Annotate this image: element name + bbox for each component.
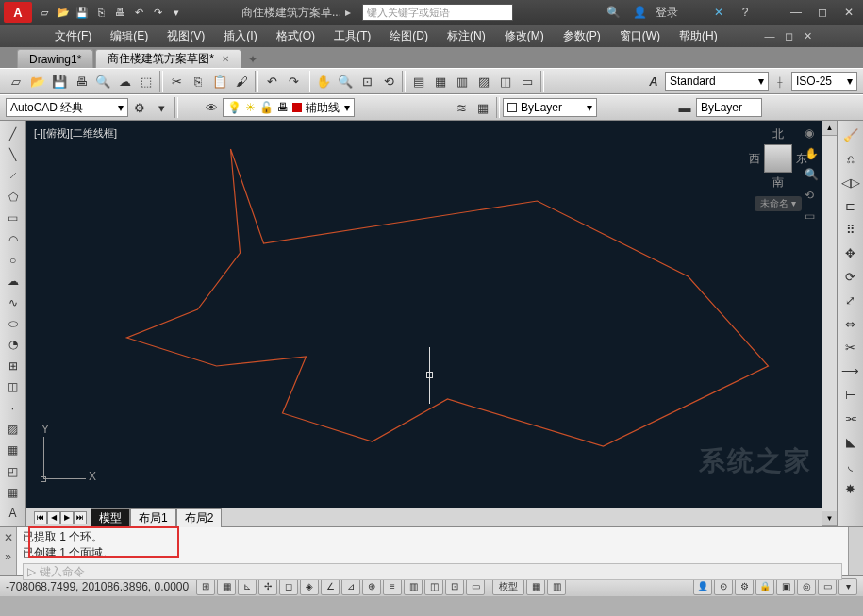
cmd-scrollbar[interactable] — [848, 527, 863, 575]
coordinates[interactable]: -708068.7499, 201086.3896, 0.0000 — [6, 580, 194, 593]
array-icon[interactable]: ⠿ — [840, 219, 861, 240]
undo-icon[interactable]: ↶ — [261, 71, 282, 92]
menu-param[interactable]: 参数(P) — [556, 26, 608, 46]
menu-help[interactable]: 帮助(H) — [672, 26, 725, 46]
zoom-win-icon[interactable]: ⊡ — [357, 71, 377, 92]
layers-icon[interactable]: ≋ — [451, 97, 472, 118]
lw-display-icon[interactable]: ▬ — [674, 97, 695, 118]
workspace-combo[interactable]: AutoCAD 经典▾ — [6, 98, 128, 117]
tab-prev-icon[interactable]: ◀ — [47, 511, 60, 524]
open-icon[interactable]: 📂 — [27, 71, 48, 92]
navbar-pan-icon[interactable]: ✋ — [805, 147, 818, 160]
tray-icon[interactable]: ▾ — [838, 578, 857, 595]
close-button[interactable]: ✕ — [838, 4, 859, 21]
qp-icon[interactable]: ◫ — [424, 578, 443, 595]
move-icon[interactable]: ✥ — [840, 242, 861, 263]
scale-icon[interactable]: ⤢ — [840, 290, 861, 310]
new-tab-button[interactable]: ✦ — [243, 51, 262, 68]
maximize-button[interactable]: ◻ — [812, 4, 833, 21]
tab-next-icon[interactable]: ▶ — [60, 511, 74, 524]
qat-more-icon[interactable]: ▾ — [168, 4, 185, 21]
extend-icon[interactable]: ⟶ — [840, 360, 861, 381]
menu-dim[interactable]: 标注(N) — [440, 26, 493, 46]
user-icon[interactable]: 👤 — [629, 4, 650, 21]
search-icon[interactable]: 🔍 — [603, 4, 623, 21]
new-icon[interactable]: ▱ — [36, 4, 53, 21]
text-style-combo[interactable]: Standard▾ — [665, 72, 769, 91]
menu-file[interactable]: 文件(F) — [47, 26, 99, 46]
save-icon[interactable]: 💾 — [49, 71, 70, 92]
color-combo[interactable]: ByLayer▾ — [503, 98, 597, 117]
cube-face[interactable] — [764, 144, 792, 173]
menu-view[interactable]: 视图(V) — [159, 26, 212, 46]
trim-icon[interactable]: ✂ — [840, 337, 861, 358]
print-icon[interactable]: 🖶 — [71, 71, 91, 92]
fillet-icon[interactable]: ◟ — [840, 455, 861, 475]
menu-format[interactable]: 格式(O) — [269, 26, 323, 46]
scroll-up-icon[interactable]: ▲ — [822, 121, 837, 136]
tab-first-icon[interactable]: ⏮ — [34, 511, 47, 524]
close-icon[interactable]: ✕ — [222, 54, 229, 64]
rotate-icon[interactable]: ⟳ — [840, 266, 861, 287]
cmd-grip-icon[interactable]: » — [5, 550, 11, 563]
dc-icon[interactable]: ▦ — [430, 71, 451, 92]
xline-icon[interactable]: ╲ — [3, 145, 24, 163]
copy-icon[interactable]: ⎘ — [188, 71, 208, 92]
cmd-close-icon[interactable]: ✕ — [4, 531, 13, 544]
layout1-tab[interactable]: 布局1 — [130, 508, 176, 527]
polar-icon[interactable]: ✢ — [258, 578, 277, 595]
view-cube[interactable]: 北 西 东 南 未命名 ▾ — [750, 126, 806, 202]
match-icon[interactable]: 🖌 — [231, 71, 252, 92]
qv-layouts-icon[interactable]: ▦ — [526, 578, 545, 595]
doc-min-icon[interactable]: — — [761, 27, 778, 44]
menu-edit[interactable]: 编辑(E) — [103, 26, 156, 46]
isolate-icon[interactable]: ◎ — [797, 578, 816, 595]
ssm-icon[interactable]: ▨ — [473, 71, 494, 92]
zoom-prev-icon[interactable]: ⟲ — [378, 71, 399, 92]
paste-icon[interactable]: 📋 — [209, 71, 230, 92]
spline-icon[interactable]: ∿ — [3, 293, 24, 311]
menu-window[interactable]: 窗口(W) — [612, 26, 668, 46]
osnap-icon[interactable]: ◻ — [279, 578, 298, 595]
rect-icon[interactable]: ▭ — [3, 209, 24, 227]
lock-ui-icon[interactable]: 🔒 — [755, 578, 774, 595]
publish-icon[interactable]: ☁ — [114, 71, 135, 92]
insert-icon[interactable]: ⊞ — [3, 357, 24, 375]
mtext-icon[interactable]: A — [3, 505, 24, 523]
snap-icon[interactable]: ⊞ — [196, 578, 215, 595]
block-icon[interactable]: ◫ — [3, 378, 24, 396]
view-unnamed[interactable]: 未命名 ▾ — [755, 196, 802, 211]
join-icon[interactable]: ⫘ — [840, 408, 861, 428]
layer-props-icon[interactable]: 👁 — [201, 97, 222, 118]
redo-icon[interactable]: ↷ — [149, 4, 166, 21]
calc-icon[interactable]: ▭ — [517, 71, 538, 92]
cmd-handle[interactable]: ✕» — [0, 527, 17, 575]
save-icon[interactable]: 💾 — [74, 4, 91, 21]
command-history[interactable]: 已提取 1 个环。 已创建 1 个面域。 ▷ 键入命令 — [17, 527, 848, 575]
pan-icon[interactable]: ✋ — [313, 71, 334, 92]
am-icon[interactable]: ▭ — [466, 578, 485, 595]
minimize-button[interactable]: — — [786, 4, 806, 21]
text-style-icon[interactable]: A — [643, 71, 664, 92]
search-input[interactable]: 键入关键字或短语 — [362, 4, 513, 21]
viewport-label[interactable]: [-][俯视][二维线框] — [34, 126, 117, 141]
drawing-canvas[interactable]: [-][俯视][二维线框] X Y 北 西 东 — [26, 121, 822, 508]
exchange-icon[interactable]: ✕ — [708, 4, 729, 21]
doc-tab-drawing1[interactable]: Drawing1* — [17, 49, 93, 68]
zoom-rt-icon[interactable]: 🔍 — [335, 71, 356, 92]
doc-close-icon[interactable]: ✕ — [799, 27, 816, 44]
annoscale-icon[interactable]: 👤 — [693, 578, 712, 595]
ws-dd-icon[interactable]: ▾ — [151, 97, 172, 118]
gradient-icon[interactable]: ▦ — [3, 441, 24, 459]
doc-tab-active[interactable]: 商住楼建筑方案草图*✕ — [95, 49, 241, 68]
login-link[interactable]: 登录 — [656, 5, 678, 21]
undo-icon[interactable]: ↶ — [130, 4, 147, 21]
point-icon[interactable]: · — [3, 399, 24, 417]
preview-icon[interactable]: 🔍 — [92, 71, 113, 92]
dim-style-icon[interactable]: ⟊ — [770, 71, 790, 92]
properties-icon[interactable]: ▤ — [408, 71, 429, 92]
dim-style-combo[interactable]: ISO-25▾ — [791, 72, 857, 91]
revcloud-icon[interactable]: ☁ — [3, 273, 24, 291]
menu-insert[interactable]: 插入(I) — [216, 26, 264, 46]
region-icon[interactable]: ◰ — [3, 462, 24, 480]
